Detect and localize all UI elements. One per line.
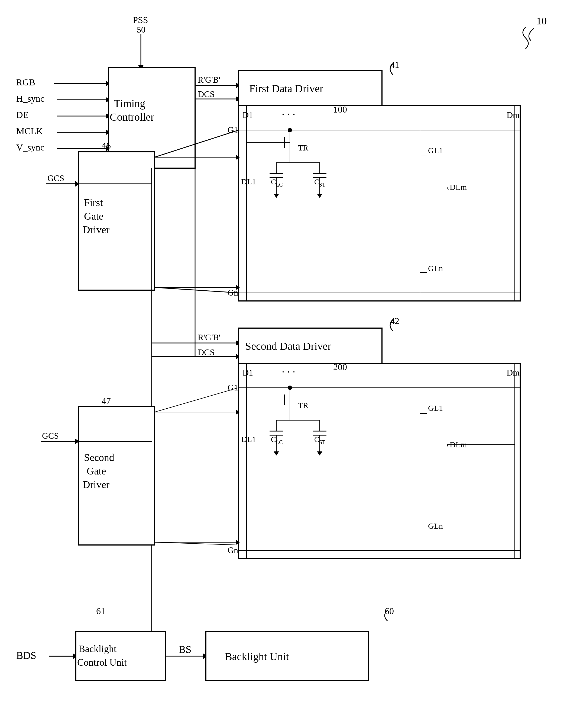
pss-label: PSS: [133, 15, 148, 25]
svg-point-75: [288, 386, 292, 390]
backlight-unit-label: Backlight Unit: [225, 650, 289, 662]
dl1-first-label: DL1: [241, 177, 256, 186]
tr-first-label: TR: [298, 143, 308, 152]
bs-label: BS: [179, 644, 191, 655]
second-gate-driver-label1: Second: [84, 452, 114, 463]
dcs-label2: DCS: [198, 347, 215, 357]
vsync-label: V_sync: [16, 142, 45, 152]
gcs-first-label: GCS: [48, 173, 64, 183]
d1-first-label: D1: [243, 110, 253, 120]
hsync-label: H_sync: [16, 94, 45, 104]
gl1-second-label: GL1: [428, 404, 443, 412]
first-gate-driver-label1: First: [84, 197, 103, 208]
svg-line-93: [155, 542, 239, 545]
de-label: DE: [16, 110, 28, 120]
gl1-first-label: GL1: [428, 146, 443, 155]
clc-sub-first: LC: [276, 182, 283, 188]
tr-second-label: TR: [298, 401, 308, 410]
second-gate-driver-label3: Driver: [83, 479, 110, 490]
ref-46: 46: [102, 140, 111, 151]
dl1-second-label: DL1: [241, 435, 256, 444]
gln-first-label: GLn: [428, 264, 443, 273]
ref-10: 10: [536, 15, 547, 27]
second-data-driver-label: Second Data Driver: [245, 340, 331, 352]
dcs-label1: DCS: [198, 89, 215, 99]
svg-line-92: [155, 388, 239, 412]
timing-controller-label: Timing: [114, 97, 145, 109]
clc-second-label: C: [271, 435, 276, 444]
cst-second-label: C: [314, 435, 320, 444]
first-panel-box: [239, 106, 520, 301]
d1-second-label: D1: [243, 368, 253, 378]
g1-second-label: G1: [227, 383, 238, 392]
svg-point-30: [288, 128, 292, 132]
mclk-label: MCLK: [16, 126, 43, 136]
first-gate-driver-label2: Gate: [84, 210, 104, 222]
cst-sub-second: ST: [319, 439, 325, 445]
ref-61: 61: [96, 606, 105, 616]
rgb-prime-label2: R'G'B': [198, 332, 220, 342]
second-gate-driver-label2: Gate: [87, 465, 106, 477]
dm-second-label: Dm: [507, 368, 520, 378]
ref-50: 50: [137, 25, 145, 34]
gcs-second-label: GCS: [42, 431, 59, 441]
rgb-label: RGB: [16, 77, 35, 87]
dm-first-label: Dm: [507, 110, 520, 120]
ref-100: 100: [333, 104, 347, 114]
gn-second-label: Gn: [227, 545, 238, 555]
svg-line-49: [155, 287, 239, 293]
cst-sub-first: ST: [319, 182, 325, 188]
backlight-control-unit-box: [76, 632, 165, 680]
backlight-control-label1: Backlight: [79, 643, 116, 654]
first-gate-driver-label3: Driver: [83, 224, 110, 235]
dots-first-label: · · ·: [282, 108, 295, 121]
rgb-prime-label1: R'G'B': [198, 75, 220, 85]
backlight-control-label2: Control Unit: [77, 657, 127, 668]
ref-47: 47: [102, 396, 111, 406]
bds-label: BDS: [16, 650, 36, 661]
clc-first-label: C: [271, 178, 276, 186]
cst-first-label: C: [314, 178, 320, 186]
timing-controller-label2: Controller: [110, 111, 154, 123]
first-data-driver-label: First Data Driver: [249, 82, 323, 95]
second-panel-box: [239, 363, 520, 558]
gln-second-label: GLn: [428, 521, 443, 530]
dots-second-label: · · ·: [282, 366, 295, 378]
ref-200: 200: [333, 362, 347, 372]
clc-sub-second: LC: [276, 439, 283, 445]
